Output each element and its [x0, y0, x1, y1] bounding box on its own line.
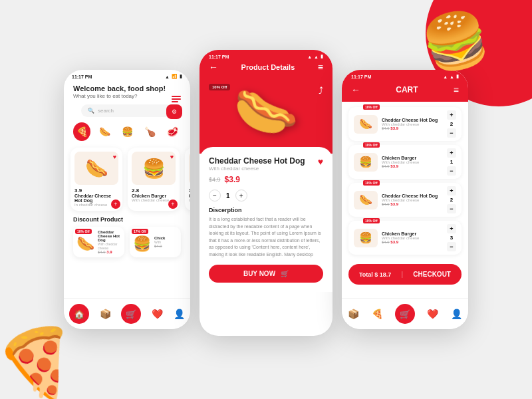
nav-favorites[interactable]: ❤️	[152, 309, 163, 319]
menu-icon[interactable]	[172, 96, 181, 102]
cart-prices-4: $4.9 $3.9	[382, 240, 443, 244]
menu-line-3	[172, 101, 178, 102]
detail-old-price: $4.9	[209, 176, 221, 183]
cart-qty-4: + 3 −	[447, 224, 456, 251]
search-container: 🔍 search ⚙	[72, 104, 182, 117]
cart-nav-orders[interactable]: 📦	[348, 309, 359, 319]
search-bar[interactable]: 🔍 search	[81, 104, 173, 117]
cart-old-2: $4.9	[382, 164, 390, 168]
discount-title: Discount Product	[73, 216, 181, 223]
heart-icon-2[interactable]: ♥	[170, 154, 174, 160]
share-icon[interactable]: ⤴	[319, 85, 323, 96]
cart-back-icon[interactable]: ←	[351, 84, 360, 95]
discount-card-2[interactable]: 17% Off 🍔 Chick With $4.9	[130, 227, 181, 257]
cart-icon: 🛒	[281, 270, 289, 277]
detail-product-info: Cheddar Cheese Hot Dog With cheddar chee…	[209, 156, 305, 175]
cart-new-3: $3.9	[390, 202, 398, 206]
back-icon[interactable]: ←	[209, 62, 218, 72]
detail-signal: ▲	[307, 55, 312, 59]
discount-badge-1: 10% Off	[75, 229, 92, 234]
nav-orders[interactable]: 📦	[100, 309, 111, 319]
phone-detail: 11:17 PM ▲ ▲ ▮ ← Product Details ≡ 10% O…	[200, 50, 332, 336]
cart-battery-icon: ▮	[456, 74, 459, 79]
nav-home[interactable]: 🏠	[69, 304, 89, 324]
detail-header-row: ← Product Details ≡	[209, 62, 323, 72]
product-card-1[interactable]: 🌭 ♥ 3.9 Cheddar Cheese Hot Dog In chedda…	[70, 148, 122, 211]
product-emoji-1: 🌭	[85, 158, 108, 180]
cart-name-1: Cheddar Cheese Hot Dog	[382, 118, 443, 122]
search-icon: 🔍	[88, 108, 94, 114]
cart-qty-dec-3[interactable]: −	[447, 204, 456, 213]
filter-button[interactable]: ⚙	[166, 104, 182, 119]
products-row: 🌭 ♥ 3.9 Cheddar Cheese Hot Dog In chedda…	[64, 148, 190, 211]
buy-now-button[interactable]: BUY NOW 🛒	[209, 265, 323, 283]
category-chicken[interactable]: 🍗	[141, 122, 158, 141]
cart-new-1: $3.9	[390, 126, 398, 130]
add-btn-1[interactable]: +	[111, 200, 120, 209]
cart-name-2: Chicken Burger	[382, 156, 443, 160]
cart-time: 11:17 PM	[351, 74, 371, 79]
product-desc-3: With c	[189, 198, 190, 202]
category-hotdog[interactable]: 🌭	[96, 122, 113, 141]
cart-qty-inc-1[interactable]: +	[447, 110, 456, 120]
qty-increase-btn[interactable]: +	[235, 190, 247, 201]
cart-qty-inc-2[interactable]: +	[447, 148, 456, 158]
product-card-3[interactable]: 🌭 3.5 Che Hot With c +	[185, 148, 190, 211]
detail-status-bar: 11:17 PM ▲ ▲ ▮	[209, 54, 323, 62]
category-pizza[interactable]: 🍕	[73, 122, 90, 141]
home-time: 11:17 PM	[72, 74, 92, 79]
cart-item-2: 10% Off 🍔 Chicken Burger With cheddar ch…	[348, 145, 462, 179]
home-header: Welcome back, food shop! What you like t…	[64, 81, 190, 104]
cart-info-4: Chicken Burger With cheddar cheese $4.9 …	[382, 231, 443, 244]
cart-old-3: $4.9	[382, 202, 390, 206]
cart-old-1: $4.9	[382, 126, 390, 130]
discount-card-1[interactable]: 10% Off 🌭 Cheddar Cheese Hot Dog With ch…	[73, 227, 124, 257]
detail-product-area: 10% Off 🌭 ⤴	[200, 82, 332, 154]
cart-qty-dec-4[interactable]: −	[447, 242, 456, 251]
discount-emoji-1: 🌭	[76, 235, 94, 253]
menu-line-1	[172, 96, 181, 97]
checkout-bar[interactable]: Total $ 18.7 | CHECKOUT	[348, 264, 462, 285]
product-card-2[interactable]: 🍔 ♥ 2.8 Chicken Burger With cheddar chee…	[128, 148, 180, 211]
cart-menu-icon[interactable]: ≡	[454, 84, 459, 95]
product-img-3: 🌭	[189, 152, 190, 185]
cart-qty-inc-3[interactable]: +	[447, 186, 456, 196]
add-btn-2[interactable]: +	[168, 200, 178, 209]
detail-new-price: $3.9	[225, 175, 240, 184]
detail-time: 11:17 PM	[209, 55, 229, 59]
nav-profile[interactable]: 👤	[174, 309, 185, 319]
qty-decrease-btn[interactable]: −	[209, 190, 221, 201]
product-price-3: 3.5	[189, 188, 190, 194]
cart-img-3: 🌭	[354, 191, 378, 209]
detail-heart-icon[interactable]: ♥	[318, 156, 323, 167]
discount-info-2: Chick With $4.9	[154, 236, 165, 248]
detail-menu-icon[interactable]: ≡	[318, 62, 323, 72]
detail-wifi: ▲	[314, 55, 319, 59]
cart-qty-1: + 2 −	[447, 110, 456, 138]
home-status-bar: 11:17 PM ▲ 📶 ▮	[64, 70, 190, 81]
category-burger[interactable]: 🍔	[118, 122, 136, 141]
qty-value: 1	[226, 192, 230, 200]
cart-nav-profile[interactable]: 👤	[451, 309, 462, 319]
cart-nav-browse[interactable]: 🍕	[372, 309, 383, 319]
nav-cart[interactable]: 🛒	[121, 304, 141, 324]
discount-emoji-2: 🍔	[133, 235, 151, 253]
discount-old-2: $4.9	[154, 244, 162, 248]
detail-product-sub: With cheddar cheese	[209, 166, 305, 172]
battery-icon: ▮	[180, 74, 182, 79]
discount-new-1: 3.9	[106, 250, 112, 254]
desc-text: It is a long established fact that a rea…	[209, 216, 323, 258]
qty-control: − 1 +	[209, 190, 323, 201]
cart-qty-val-2: 1	[450, 159, 453, 165]
cart-qty-dec-1[interactable]: −	[447, 128, 456, 138]
cart-nav-cart[interactable]: 🛒	[395, 304, 415, 324]
cart-info-2: Chicken Burger With cheddar cheese $4.9 …	[382, 156, 443, 168]
detail-name-row: Cheddar Cheese Hot Dog With cheddar chee…	[209, 156, 323, 175]
cart-nav-favorites[interactable]: ❤️	[427, 309, 438, 319]
product-price-2: 2.8	[132, 188, 176, 194]
heart-icon-1[interactable]: ♥	[113, 154, 116, 160]
cart-qty-inc-4[interactable]: +	[447, 224, 456, 233]
cart-name-3: Cheddar Cheese Hot Dog	[382, 194, 443, 198]
category-meat[interactable]: 🥩	[164, 122, 181, 141]
cart-qty-dec-2[interactable]: −	[447, 166, 456, 176]
